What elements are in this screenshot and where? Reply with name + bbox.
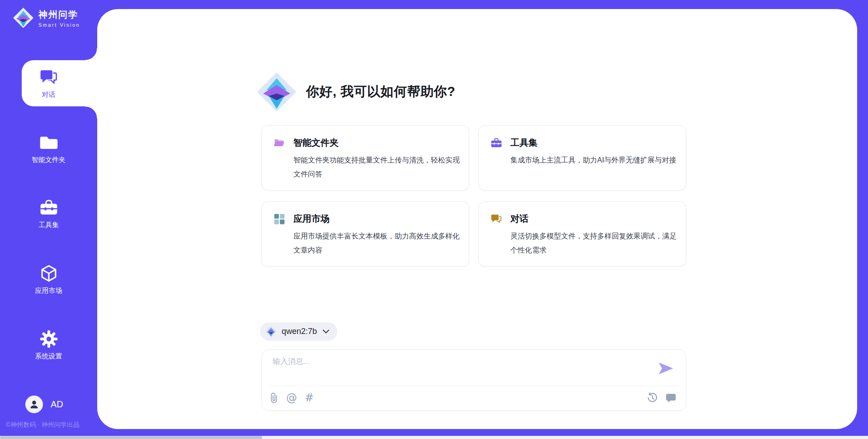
copyright-footer: ©神州数码 · 神州问学出品 [6,421,80,429]
card-app-market[interactable]: 应用市场 应用市场提供丰富长文本模板，助力高效生成多样化文章内容 [261,201,469,267]
folder-icon [39,133,58,152]
model-name: qwen2:7b [282,327,317,336]
gear-icon [39,329,58,348]
conversation-button[interactable] [665,391,677,405]
chevron-down-icon [322,329,330,334]
sidebar-item-label: 工具集 [38,221,59,229]
attach-file-button[interactable] [268,391,280,405]
sidebar-item-label: 对话 [42,91,56,99]
sidebar-item-label: 应用市场 [35,286,62,295]
person-icon [29,399,39,410]
model-logo-icon [265,325,277,338]
sidebar-item-label: 系统设置 [35,352,62,361]
sidebar: 神州问学 Smart Vision 对话 智能文件夹 工具集 [0,0,97,439]
card-title: 智能文件夹 [293,137,339,149]
scrollbar-thumb[interactable] [0,436,262,439]
card-toolset[interactable]: 工具集 集成市场上主流工具，助力AI与外界无缝扩展与对接 [478,125,686,191]
sidebar-item-smart-folder[interactable]: 智能文件夹 [0,133,97,164]
sidebar-item-settings[interactable]: 系统设置 [0,329,97,361]
mention-button[interactable]: @ [286,391,297,405]
main-content: 你好, 我可以如何帮助你? 智能文件夹 智能文件夹功能支持批量文件上传与清洗，轻… [97,9,857,429]
brand-logo-icon [13,7,34,29]
message-composer: @ # [261,349,686,411]
toolbox-icon [39,198,58,217]
brand-subtitle: Smart Vision [38,22,80,28]
speech-bubble-icon [665,392,676,403]
active-tab-top-curve [85,48,97,60]
card-title: 工具集 [510,137,538,149]
avatar [25,396,43,413]
chat-icon [491,213,502,225]
grid-icon [274,213,285,225]
greeting-logo-icon [256,72,297,112]
send-icon [658,362,674,375]
history-button[interactable] [646,391,658,405]
message-input[interactable] [273,356,657,382]
toolbox-icon [491,137,502,149]
sidebar-item-app-market[interactable]: 应用市场 [0,264,97,295]
sidebar-item-label: 智能文件夹 [32,156,66,164]
folder-open-icon [274,137,285,149]
send-button[interactable] [658,362,674,375]
active-tab-bottom-curve [85,106,97,118]
sidebar-item-toolset[interactable]: 工具集 [0,198,97,229]
card-title: 应用市场 [293,213,330,225]
chat-icon [39,68,58,87]
user-name: AD [51,399,63,410]
feature-cards: 智能文件夹 智能文件夹功能支持批量文件上传与清洗，轻松实现文件问答 工具集 集成… [261,125,686,267]
card-description: 应用市场提供丰富长文本模板，助力高效生成多样化文章内容 [293,229,460,257]
card-description: 灵活切换多模型文件，支持多样回复效果调试，满足个性化需求 [510,229,677,257]
topic-button[interactable]: # [303,391,315,405]
card-title: 对话 [510,213,528,225]
history-clock-icon [647,392,658,403]
card-smart-folder[interactable]: 智能文件夹 智能文件夹功能支持批量文件上传与清洗，轻松实现文件问答 [261,125,469,191]
brand: 神州问学 Smart Vision [13,7,80,29]
sidebar-item-chat[interactable]: 对话 [0,68,97,99]
composer-divider [270,386,678,386]
brand-name: 神州问学 [38,9,80,21]
greeting: 你好, 我可以如何帮助你? [256,72,455,112]
page-title: 你好, 我可以如何帮助你? [306,83,455,101]
cube-icon [39,264,58,283]
hash-icon: # [305,391,314,404]
card-chat[interactable]: 对话 灵活切换多模型文件，支持多样回复效果调试，满足个性化需求 [478,201,686,267]
paperclip-icon [269,392,279,404]
user-profile[interactable]: AD [25,396,63,413]
card-description: 集成市场上主流工具，助力AI与外界无缝扩展与对接 [510,153,677,167]
at-icon: @ [286,391,297,404]
card-description: 智能文件夹功能支持批量文件上传与清洗，轻松实现文件问答 [293,153,460,181]
composer-toolbar: @ # [268,389,677,407]
model-selector[interactable]: qwen2:7b [260,322,337,341]
horizontal-scrollbar[interactable] [0,436,868,439]
